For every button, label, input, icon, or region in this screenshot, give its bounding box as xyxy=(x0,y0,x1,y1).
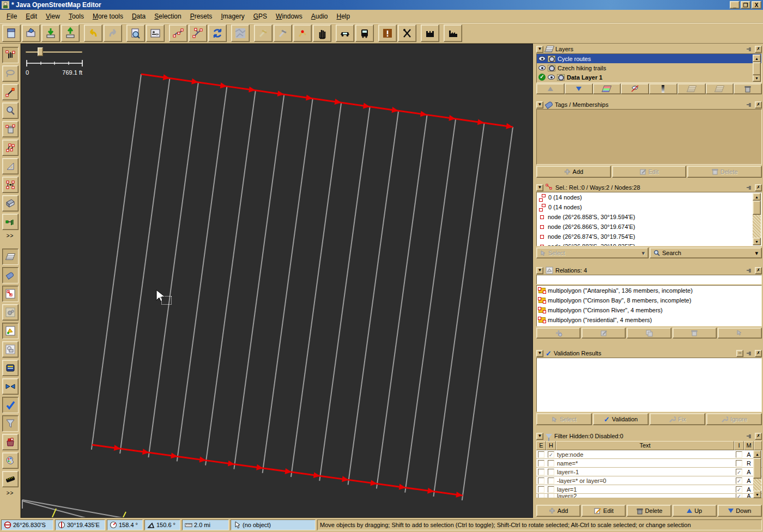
delete-tool[interactable] xyxy=(2,121,19,137)
layers-scrollbar[interactable]: ▲ ▼ xyxy=(753,55,761,82)
filter-dialog-toggle[interactable] xyxy=(2,415,19,432)
relation-row-crimson-bay[interactable]: multipolygon ("Crimson Bay", 8 members, … xyxy=(537,295,761,305)
scroll-down-icon[interactable]: ▼ xyxy=(753,238,761,245)
hide-checkbox[interactable] xyxy=(548,494,554,498)
preferences-dialog-toggle[interactable] xyxy=(2,304,19,321)
selection-item-node-1[interactable]: node (26°26.858'S, 30°19.594'E) xyxy=(537,212,761,222)
conflict-dialog-toggle[interactable] xyxy=(2,378,19,395)
menu-file[interactable]: File xyxy=(2,11,21,22)
invert-checkbox[interactable] xyxy=(736,486,742,493)
menu-tools[interactable]: Tools xyxy=(64,11,88,22)
filter-row-layer-or[interactable]: -layer=* or layer=0 A xyxy=(536,476,762,485)
layers-dialog-toggle[interactable] xyxy=(2,249,19,265)
scroll-up-icon[interactable]: ▲ xyxy=(753,450,761,458)
hide-checkbox[interactable] xyxy=(548,486,554,493)
delete-relation-button[interactable] xyxy=(673,328,717,338)
invert-checkbox[interactable] xyxy=(736,477,742,484)
hide-checkbox[interactable] xyxy=(548,469,554,475)
tool-dark-button[interactable] xyxy=(274,25,292,42)
undo-button[interactable] xyxy=(84,25,102,42)
layer-show-hide-button[interactable] xyxy=(621,83,649,94)
relation-row-residential[interactable]: multipolygon ("residential", 4 members) xyxy=(537,315,761,325)
selection-scrollbar[interactable]: ▲ ▼ xyxy=(753,193,761,245)
relation-row-antarephia[interactable]: multipolygon ("Antarephia", 136 members,… xyxy=(537,286,761,295)
selection-item-way-2[interactable]: 0 (14 nodes) xyxy=(537,202,761,212)
layer-row-cycle-routes[interactable]: Cycle routes xyxy=(537,54,761,63)
relation-row-crimson-river[interactable]: multipolygon ("Crimson River", 4 members… xyxy=(537,305,761,315)
edit-relation-button[interactable] xyxy=(582,328,626,338)
download-along-button[interactable] xyxy=(126,25,145,42)
layer-activate-button[interactable] xyxy=(593,83,621,94)
validation-dialog-toggle[interactable] xyxy=(2,397,19,413)
collapse-validation-button[interactable]: ▼ xyxy=(536,350,543,357)
collapse-filter-button[interactable]: ▼ xyxy=(536,433,543,440)
new-relation-button[interactable] xyxy=(536,328,580,338)
menu-edit[interactable]: Edit xyxy=(21,11,41,22)
scroll-down-icon[interactable]: ▼ xyxy=(753,491,761,498)
upload-button[interactable] xyxy=(61,25,80,42)
extrude-tool[interactable] xyxy=(2,214,19,230)
sticky-pin-icon[interactable] xyxy=(746,267,753,274)
scroll-down-icon[interactable]: ▼ xyxy=(753,74,761,82)
col-mode[interactable]: M xyxy=(744,441,754,450)
new-layer-button[interactable] xyxy=(2,25,21,42)
sticky-pin-icon[interactable] xyxy=(746,101,753,108)
reorder-tool[interactable] xyxy=(2,177,19,193)
menu-data[interactable]: Data xyxy=(128,11,150,22)
relations-filter-input[interactable] xyxy=(536,275,762,285)
sticky-pin-icon[interactable] xyxy=(746,433,753,440)
close-tags-button[interactable]: ✗ xyxy=(755,101,762,108)
warning-preset-button[interactable] xyxy=(378,25,397,42)
mapstyles-dialog-toggle[interactable] xyxy=(2,452,19,469)
menu-presets[interactable]: Presets xyxy=(186,11,217,22)
menu-more-tools[interactable]: More tools xyxy=(88,11,128,22)
measure-tool[interactable] xyxy=(2,158,19,174)
select-relation-button[interactable] xyxy=(718,328,762,338)
layer-opacity-button[interactable] xyxy=(649,83,677,94)
close-button[interactable]: X xyxy=(752,1,761,9)
invert-checkbox[interactable] xyxy=(736,451,742,458)
layer-row-czech-hiking[interactable]: Czech hiking trails xyxy=(537,63,761,72)
split-way-button[interactable] xyxy=(189,25,207,42)
col-enable[interactable]: E xyxy=(536,441,546,450)
download-button[interactable] xyxy=(41,25,60,42)
windows-dialog-toggle[interactable] xyxy=(2,341,19,358)
tool-light-button[interactable] xyxy=(254,25,272,42)
selection-item-node-4[interactable]: node (26°26.883'S, 30°19.835'E) xyxy=(537,241,761,246)
layer-delete-button[interactable] xyxy=(734,83,762,94)
select-move-tool[interactable] xyxy=(2,47,19,63)
visibility-eye-icon[interactable] xyxy=(538,56,546,61)
validation-run-button[interactable]: ✓ Validation xyxy=(593,413,649,425)
scroll-up-icon[interactable]: ▲ xyxy=(753,193,761,201)
restaurant-preset-button[interactable] xyxy=(398,25,416,42)
filter-delete-button[interactable]: Delete xyxy=(627,505,671,517)
preferences-button[interactable] xyxy=(146,25,165,42)
measurement-dialog-toggle[interactable] xyxy=(2,471,19,487)
merge-ways-button[interactable] xyxy=(169,25,187,42)
more-dialogs-expander[interactable]: >> xyxy=(2,488,19,497)
menu-gps[interactable]: GPS xyxy=(249,11,271,22)
enable-checkbox[interactable] xyxy=(538,494,544,498)
zoom-slider-handle[interactable] xyxy=(38,47,43,56)
sticky-pin-icon[interactable] xyxy=(746,350,753,357)
map-canvas[interactable]: 0 769.1 ft xyxy=(21,44,533,518)
menu-selection[interactable]: Selection xyxy=(150,11,185,22)
invert-checkbox[interactable] xyxy=(736,494,742,498)
hide-checkbox[interactable] xyxy=(548,477,554,484)
lasso-tool[interactable] xyxy=(2,65,19,82)
menu-audio[interactable]: Audio xyxy=(307,11,332,22)
menu-view[interactable]: View xyxy=(41,11,64,22)
sticky-pin-icon[interactable] xyxy=(746,46,753,53)
restore-button[interactable]: ❐ xyxy=(741,1,750,9)
layer-move-down-button[interactable] xyxy=(565,83,593,94)
menu-help[interactable]: Help xyxy=(332,11,354,22)
filter-row-layer-1[interactable]: layer=1 A xyxy=(536,485,762,494)
tag-delete-button[interactable]: Delete xyxy=(687,166,762,178)
car-preset-button[interactable] xyxy=(336,25,354,42)
validation-select-button[interactable]: Select xyxy=(536,413,592,425)
collapse-layers-button[interactable]: ▼ xyxy=(536,46,543,53)
col-inverted[interactable]: I xyxy=(734,441,744,450)
tag-edit-button[interactable]: Edit xyxy=(612,166,687,178)
draw-node-tool[interactable] xyxy=(2,84,19,100)
filter-row-name[interactable]: name=* R xyxy=(536,459,762,468)
